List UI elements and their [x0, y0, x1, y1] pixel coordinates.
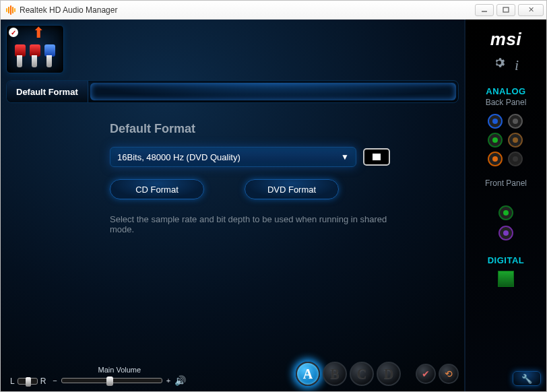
app-body: ✓ ⬆ Default Format Default Format 16Bit [1, 20, 546, 391]
bottom-controls: L R Main Volume − + 🔊 A B C [10, 351, 459, 386]
balance-right-label: R [40, 377, 46, 386]
device-selector[interactable]: ✓ ⬆ [6, 25, 64, 73]
jack-line-out[interactable] [488, 133, 503, 148]
jack-line-in[interactable] [488, 114, 503, 129]
info-icon[interactable]: i [515, 57, 519, 74]
rca-plugs-icon [7, 36, 63, 67]
back-panel-label: Back Panel [486, 98, 527, 107]
cd-format-button[interactable]: CD Format [110, 179, 204, 199]
front-jack-hp[interactable] [498, 205, 513, 220]
help-text: Select the sample rate and bit depth to … [110, 214, 390, 234]
tab-default-format[interactable]: Default Format [7, 81, 88, 102]
settings-panel: Default Format 16Bits, 48000 Hz (DVD Qua… [11, 119, 453, 387]
jack-rear[interactable] [508, 152, 523, 166]
dvd-format-button[interactable]: DVD Format [245, 179, 339, 199]
jack-side[interactable] [508, 114, 523, 129]
tab-bar: Default Format [6, 80, 459, 103]
scene-b-button[interactable]: B [323, 362, 347, 386]
side-panel: msi i ANALOG Back Panel Front Panel [464, 20, 546, 391]
titlebar: Realtek HD Audio Manager ✕ [1, 1, 546, 20]
svg-rect-1 [503, 7, 509, 12]
test-play-button[interactable] [363, 148, 390, 166]
analog-label: ANALOG [486, 86, 525, 96]
close-button[interactable]: ✕ [518, 4, 544, 16]
section-title: Default Format [110, 122, 453, 136]
device-active-check-icon: ✓ [9, 28, 18, 37]
window-title: Realtek HD Audio Manager [20, 5, 472, 15]
advanced-settings-button[interactable]: 🔧 [513, 371, 541, 386]
digital-output-icon[interactable] [498, 271, 514, 287]
format-select[interactable]: 16Bits, 48000 Hz (DVD Quality) ▼ [110, 147, 356, 167]
front-jack-mic[interactable] [498, 226, 513, 240]
revert-button[interactable]: ⟲ [439, 364, 459, 384]
scene-d-button[interactable]: D [377, 362, 401, 386]
scene-c-button[interactable]: C [350, 362, 374, 386]
back-panel-jacks [488, 114, 524, 166]
chevron-down-icon: ▼ [341, 152, 349, 162]
scene-a-button[interactable]: A [296, 362, 320, 386]
balance-left-label: L [10, 377, 15, 386]
app-icon [6, 5, 15, 15]
jack-center[interactable] [508, 133, 523, 148]
apply-button[interactable]: ✔ [416, 364, 436, 384]
jack-mic[interactable] [488, 152, 503, 166]
volume-plus[interactable]: + [166, 377, 170, 385]
volume-label: Main Volume [53, 366, 186, 374]
app-window: Realtek HD Audio Manager ✕ ✓ ⬆ Default F… [0, 0, 547, 392]
stop-icon [373, 154, 381, 160]
maximize-button[interactable] [496, 4, 515, 16]
balance-control[interactable]: L R [10, 377, 46, 386]
speaker-icon[interactable]: 🔊 [174, 375, 186, 386]
main-area: ✓ ⬆ Default Format Default Format 16Bit [1, 20, 464, 391]
digital-label: DIGITAL [488, 255, 525, 265]
front-panel-label: Front Panel [485, 178, 527, 188]
volume-minus[interactable]: − [53, 377, 57, 385]
minimize-button[interactable] [475, 4, 494, 16]
format-select-value: 16Bits, 48000 Hz (DVD Quality) [117, 152, 240, 162]
tab-bar-spacer [90, 83, 456, 100]
volume-slider[interactable] [61, 378, 162, 383]
brand-logo: msi [490, 29, 521, 50]
settings-gear-icon[interactable] [493, 57, 505, 74]
